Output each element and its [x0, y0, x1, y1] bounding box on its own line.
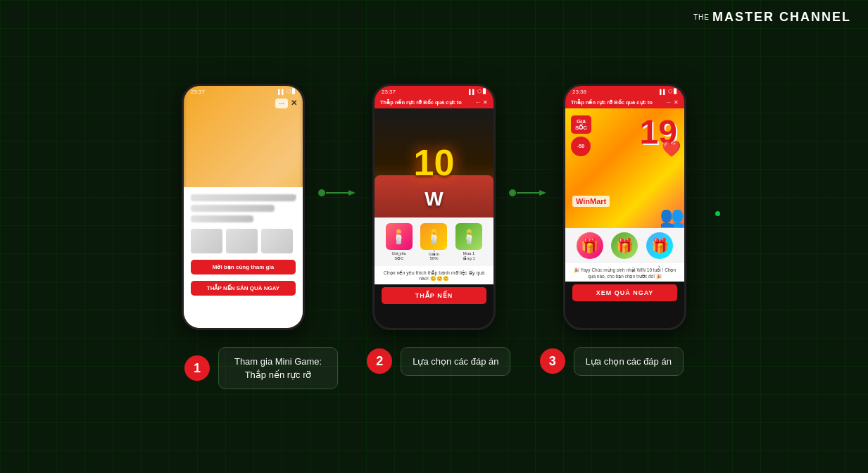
phone1-close-button[interactable]: ✕	[291, 99, 297, 108]
header-the-label: THE	[693, 13, 710, 21]
phone1-block-3	[261, 229, 293, 253]
phone3-header-text: Thắp nến rực rỡ Bốc quà cực to	[571, 99, 666, 106]
arrow-2	[496, 186, 563, 200]
step-2-number: 2	[376, 354, 383, 369]
phone3-time: 23:38	[572, 89, 586, 95]
phone2-header: Thắp nến rực rỡ Bốc quà cực to ··· ✕	[375, 96, 493, 108]
phone2-cake-number: 10	[414, 144, 455, 181]
phone2-gift-icon-1: 🕯️	[386, 223, 413, 250]
phone1-invite-btn[interactable]: Mời bạn cùng tham gia	[191, 260, 296, 275]
phone3-balloon: ❤️	[662, 140, 681, 158]
phone2-status-bar: 23:37 ▌▌⬡▊	[375, 86, 493, 96]
phone-3: 23:38 ▌▌⬡▊ Thắp nến rực rỡ Bốc quà cực t…	[563, 84, 686, 330]
step-2-label: Lựa chọn các đáp án	[413, 356, 498, 367]
phone1-thapnen-btn[interactable]: THẮP NẾN SĂN QUÀ NGAY	[191, 281, 296, 296]
phone2-gift-1: 🕯️ Giá yêuSỐC	[386, 223, 413, 260]
phone-2: 23:37 ▌▌⬡▊ Thắp nến rực rỡ Bốc quà cực t…	[372, 84, 496, 330]
phone2-gift-2: 🕯️ Giảm50%	[420, 223, 447, 260]
phone1-dots-button[interactable]: ···	[275, 99, 288, 108]
phone3-header-actions: ··· ✕	[666, 99, 679, 106]
phone1-block-2	[226, 229, 258, 253]
phone3-winmart-label: WinMart	[572, 196, 610, 207]
phone1-line-1	[191, 194, 296, 201]
step-3-number: 3	[549, 354, 556, 369]
phone3-dots[interactable]: ···	[666, 99, 671, 106]
header: THE MASTER CHANNEL	[677, 0, 868, 34]
phone2-gift-icon-3: 🕯️	[455, 223, 482, 250]
phone2-status-icons: ▌▌⬡▊	[469, 89, 486, 94]
phone1-content: ✕ Mời bạn cùng tham gia THẮP NẾN SĂN QUÀ…	[184, 187, 303, 328]
phone1-time: 23:37	[191, 89, 205, 95]
phone-1: 23:37 ▌▌⬡▊ ··· ✕ ✕	[182, 84, 305, 330]
phone2-time: 23:37	[382, 89, 396, 95]
step-2: 2 Lựa chọn các đáp án	[367, 347, 510, 376]
phone2-header-text: Thắp nến rực rỡ Bốc quà cực to	[380, 99, 475, 106]
step-1-label: Tham gia Mini Game: Thắp nến rực rỡ	[234, 356, 322, 380]
phone3-gifts-area: 🎁 🎁 🎁	[565, 228, 684, 263]
phone3-bottom-text: 🎉 Yayy Chúc mừng sinh nhật WIN 10 tuổi !…	[565, 263, 684, 282]
arrow-2-svg	[508, 186, 551, 200]
phone2-gift-label-1: Giá yêuSỐC	[391, 251, 406, 260]
phone3-gift-2: 🎁	[611, 232, 638, 259]
arrow-1	[305, 186, 372, 200]
phone3-close[interactable]: ✕	[674, 99, 679, 106]
step-2-circle: 2	[367, 348, 392, 374]
phone2-dots[interactable]: ···	[475, 99, 480, 106]
phone3-gift-3: 🎁	[646, 232, 673, 259]
phone2-thapnen-btn[interactable]: THẮP NẾN	[382, 287, 486, 304]
phone2-header-actions: ··· ✕	[475, 99, 488, 106]
step-1: 1 Tham gia Mini Game: Thắp nến rực rỡ	[184, 347, 338, 389]
phone2-gifts-area: 🕯️ Giá yêuSỐC 🕯️ Giảm50% 🕯️ Mua 1tặng 1	[375, 217, 493, 266]
phone3-gift-icon-1: 🎁	[577, 232, 603, 259]
phone1-action-bar: ··· ✕	[275, 99, 297, 108]
svg-point-0	[318, 189, 325, 196]
phone1-line-3	[191, 215, 253, 222]
phone3-people: 👥	[660, 205, 684, 228]
phone2-w-logo: W	[424, 188, 443, 210]
step-1-number: 1	[194, 361, 201, 376]
header-title: MASTER CHANNEL	[712, 10, 851, 25]
steps-row: 1 Tham gia Mini Game: Thắp nến rực rỡ 2 …	[170, 347, 698, 389]
svg-marker-5	[539, 190, 546, 196]
step-3-label-box: Lựa chọn các đáp án	[574, 347, 684, 376]
svg-point-3	[509, 189, 516, 196]
phones-row: 23:37 ▌▌⬡▊ ··· ✕ ✕	[182, 84, 686, 330]
phone2-bottom-text: Chọn nến yêu thích thắp bánh mỡ tiệc lấy…	[375, 266, 493, 284]
phone3-gift-icon-2: 🎁	[611, 232, 638, 259]
main-content: 23:37 ▌▌⬡▊ ··· ✕ ✕	[0, 0, 868, 473]
phone1-status-icons: ▌▌⬡▊	[278, 89, 296, 94]
phone2-gift-icon-2: 🕯️	[420, 223, 447, 250]
phone3-gift-1: 🎁	[577, 232, 603, 259]
phone1-status-bar: 23:37 ▌▌⬡▊	[184, 86, 303, 96]
phone3-xem-btn[interactable]: XEM QUÀ NGAY	[572, 284, 677, 301]
phone1-block-1	[191, 229, 222, 253]
svg-marker-2	[348, 190, 356, 196]
phone3-status-icons: ▌▌⬡▊	[660, 89, 677, 94]
step-1-label-box: Tham gia Mini Game: Thắp nến rực rỡ	[218, 347, 338, 389]
phone3-banner-discount: -50	[571, 137, 591, 156]
step-2-label-box: Lựa chọn các đáp án	[401, 347, 510, 376]
phone1-blocks-row	[191, 229, 296, 253]
phone3-status-bar: 23:38 ▌▌⬡▊	[565, 86, 684, 96]
phone1-line-2	[191, 205, 275, 212]
phone3-banner-soc: GiáSỐC	[571, 115, 591, 134]
phone3-banner: GiáSỐC -50 19 ❤️ WinMart 👥	[565, 108, 684, 228]
step-1-circle: 1	[184, 355, 210, 381]
arrow-1-svg	[317, 186, 360, 200]
phone2-gift-label-2: Giảm50%	[429, 251, 439, 260]
phone2-close[interactable]: ✕	[483, 99, 488, 106]
phone3-gift-icon-3: 🎁	[646, 232, 673, 259]
phone2-gift-3: 🕯️ Mua 1tặng 1	[455, 223, 482, 260]
step-3-circle: 3	[540, 348, 565, 374]
phone2-cake-area: W 10	[375, 108, 493, 217]
step-3-label: Lựa chọn các đáp án	[586, 356, 672, 367]
phone3-header: Thắp nến rực rỡ Bốc quà cực to ··· ✕	[565, 96, 684, 108]
phone2-gift-label-3: Mua 1tặng 1	[463, 251, 474, 260]
step-3: 3 Lựa chọn các đáp án	[540, 347, 684, 376]
